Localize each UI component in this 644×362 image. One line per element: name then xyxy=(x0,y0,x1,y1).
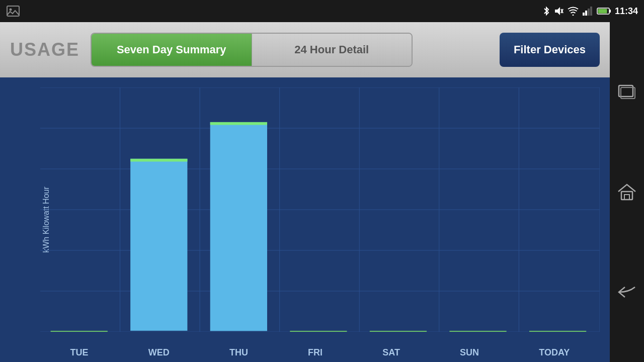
back-button[interactable] xyxy=(616,283,638,301)
mute-icon xyxy=(554,6,564,16)
battery-icon xyxy=(597,7,611,15)
svg-rect-12 xyxy=(598,9,607,14)
page-title: USAGE xyxy=(10,39,80,60)
app-header: USAGE Seven Day Summary 24 Hour Detail F… xyxy=(0,22,610,77)
svg-rect-15 xyxy=(621,192,632,200)
x-label-sat: SAT xyxy=(382,347,400,358)
x-label-today: TODAY xyxy=(539,347,570,358)
home-button[interactable] xyxy=(616,183,638,201)
seven-day-tab[interactable]: Seven Day Summary xyxy=(92,34,252,66)
bar-fri xyxy=(290,331,347,332)
status-bar: 11:34 xyxy=(0,0,644,22)
bar-wed xyxy=(130,159,187,331)
photo-icon xyxy=(6,4,20,18)
x-label-thu: THU xyxy=(229,347,248,358)
chart-area: kWh Kilowatt Hour xyxy=(0,77,610,362)
recent-apps-button[interactable] xyxy=(616,83,638,101)
bar-thu-top xyxy=(210,122,267,125)
svg-rect-7 xyxy=(585,11,587,16)
main-content: USAGE Seven Day Summary 24 Hour Detail F… xyxy=(0,22,610,362)
svg-rect-11 xyxy=(609,10,611,13)
bar-sun xyxy=(449,331,506,332)
home-icon xyxy=(617,184,636,201)
status-right: 11:34 xyxy=(542,6,638,17)
svg-rect-9 xyxy=(590,7,592,16)
clock-time: 11:34 xyxy=(615,6,638,17)
svg-point-1 xyxy=(10,9,12,11)
svg-rect-16 xyxy=(624,195,629,200)
svg-rect-0 xyxy=(7,6,19,16)
bar-tue xyxy=(51,331,108,332)
tab-group: Seven Day Summary 24 Hour Detail xyxy=(91,33,413,67)
x-label-fri: FRI xyxy=(308,347,323,358)
bar-today xyxy=(529,331,586,332)
24-hour-tab[interactable]: 24 Hour Detail xyxy=(252,34,412,66)
signal-icon xyxy=(583,7,593,16)
back-icon xyxy=(617,285,637,299)
chart-svg: 12.0 10.0 8.0 6.0 4.0 2.0 0.0 xyxy=(40,87,600,332)
x-label-tue: TUE xyxy=(70,347,89,358)
chart-container: kWh Kilowatt Hour xyxy=(0,77,610,362)
x-label-sun: SUN xyxy=(460,347,479,358)
svg-point-5 xyxy=(572,15,574,16)
x-label-wed: WED xyxy=(148,347,170,358)
status-left xyxy=(6,4,20,18)
bar-wed-top xyxy=(130,159,187,162)
bar-thu xyxy=(210,122,267,331)
filter-devices-button[interactable]: Filter Devices xyxy=(500,33,600,67)
bluetooth-icon xyxy=(542,6,550,16)
svg-rect-8 xyxy=(588,9,590,16)
recent-apps-icon xyxy=(617,84,637,100)
nav-sidebar xyxy=(610,22,644,362)
svg-marker-2 xyxy=(555,7,560,15)
x-axis-labels: TUE WED THU FRI SAT SUN TODAY xyxy=(40,347,600,358)
svg-rect-6 xyxy=(583,13,585,16)
bar-sat xyxy=(370,331,427,332)
wifi-icon xyxy=(568,7,579,16)
